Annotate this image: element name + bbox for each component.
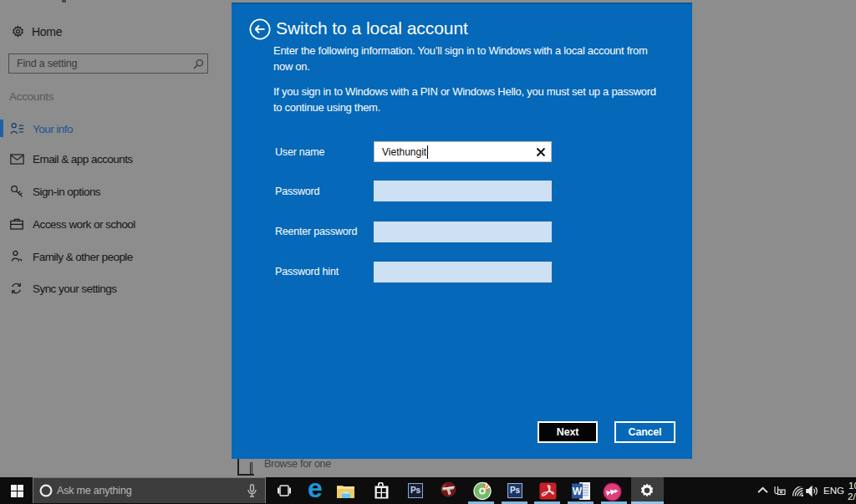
svg-text:W: W [573,486,583,497]
